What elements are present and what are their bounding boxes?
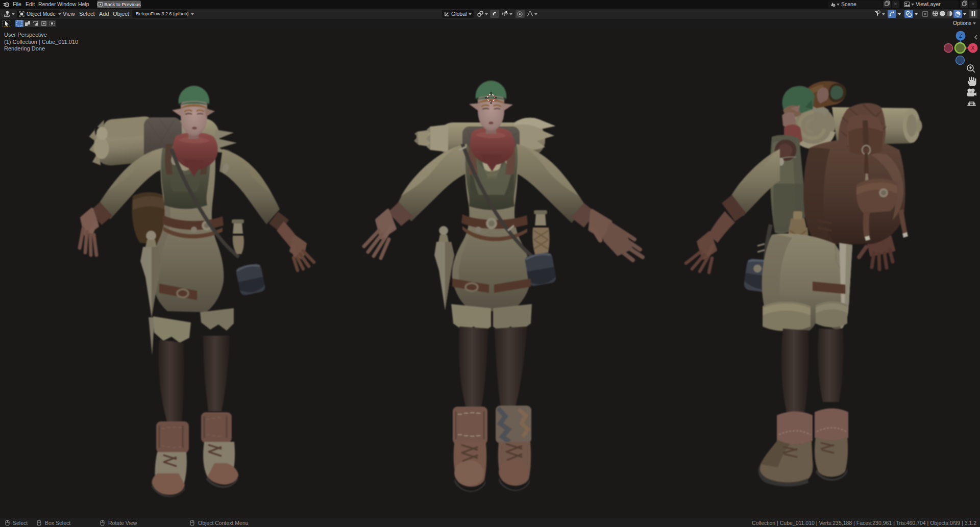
svg-text:Z: Z <box>959 33 962 39</box>
svg-text:X: X <box>971 45 975 51</box>
